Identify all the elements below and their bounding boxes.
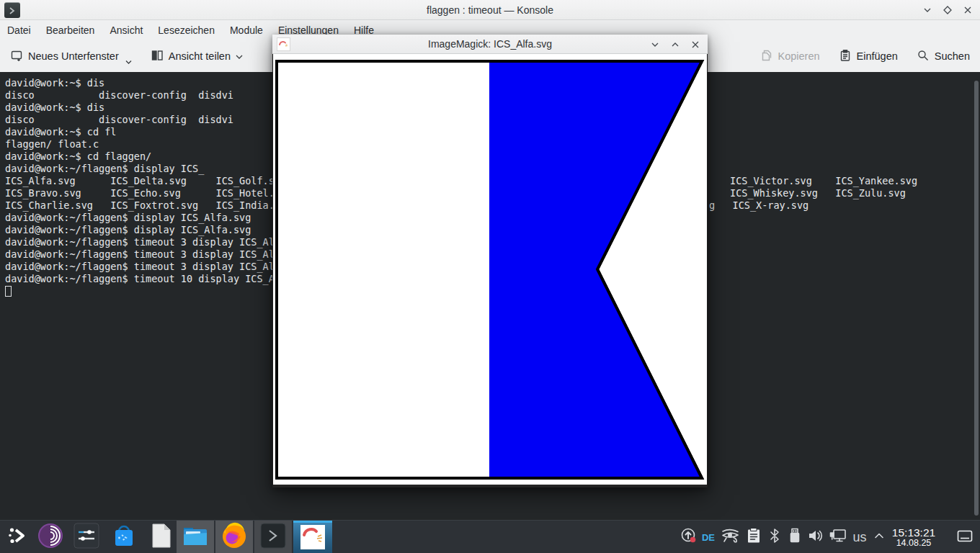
app-launcher-icon (7, 526, 29, 549)
bluetooth-tray-button[interactable] (765, 521, 784, 553)
terminal-scrollbar[interactable] (974, 81, 979, 516)
discover-icon (111, 523, 137, 552)
terminal-cursor (5, 286, 12, 297)
firefox-task-button[interactable] (215, 521, 253, 553)
show-desktop-button[interactable] (953, 521, 977, 553)
terminal-line: disco discover-config disdvi (5, 89, 233, 102)
imagemagick-task-button[interactable] (293, 521, 332, 553)
firefox-icon (220, 522, 248, 552)
konsole-icon (260, 523, 286, 552)
terminal-line: david@work:~/flaggen$ display ICS_ (5, 163, 204, 175)
clipboard-tray-button[interactable] (744, 521, 764, 553)
document-icon (150, 523, 173, 552)
terminal-line: david@work:~/flaggen$ timeout 3 display … (5, 236, 280, 248)
terminal-line: disco discover-config disdvi (5, 114, 233, 126)
discover-launcher[interactable] (110, 521, 138, 553)
restore-diamond-icon[interactable] (941, 4, 954, 17)
tor-browser-launcher[interactable] (36, 521, 65, 553)
app-launcher-button[interactable] (3, 521, 33, 553)
terminal-line: david@work:~$ cd fl (5, 126, 116, 138)
imagemagick-icon (300, 524, 326, 553)
imagemagick-app-icon (277, 37, 290, 51)
imagemagick-window: ImageMagick: ICS_Alfa.svg (272, 35, 708, 487)
terminal-line: david@work:~$ dis (5, 102, 104, 114)
clock-time: 15:13:21 (892, 526, 935, 539)
terminal-line: ICS_Bravo.svg ICS_Echo.svg ICS_Hotel.s (5, 187, 280, 199)
terminal-line: ICS_Charlie.svg ICS_Foxtrot.svg ICS_Indi… (5, 199, 280, 212)
terminal-line: ICS_Victor.svg ICS_Yankee.svg (730, 175, 917, 187)
terminal-line: david@work:~/flaggen$ timeout 3 display … (5, 261, 280, 273)
terminal-line: david@work:~/flaggen$ timeout 10 display… (5, 273, 280, 285)
terminal-line: david@work:~/flaggen$ display ICS_Alfa.s… (5, 212, 251, 224)
minimize-icon[interactable] (649, 38, 662, 51)
eye-tray-button[interactable] (719, 521, 742, 553)
new-tab-button[interactable]: Neues Unterfenster (10, 45, 132, 67)
sliders-settings-launcher[interactable] (72, 521, 101, 553)
terminal-line: david@work:~$ cd flaggen/ (5, 150, 151, 163)
sliders-settings-icon (74, 523, 99, 552)
chevron-down-icon (236, 50, 243, 62)
new-tab-icon (10, 49, 23, 64)
volume-tray-button[interactable] (806, 521, 826, 553)
terminal-line: david@work:~$ dis (5, 77, 104, 89)
tor-browser-icon (37, 523, 63, 552)
terminal-line: david@work:~/flaggen$ timeout 3 display … (5, 248, 280, 261)
keyboard-indicator-de[interactable]: DE (699, 521, 718, 553)
clipboard-icon (746, 527, 762, 547)
ics-alfa-flag-image[interactable] (272, 54, 708, 487)
dolphin-task-button[interactable] (177, 521, 214, 553)
network-icon (829, 527, 847, 547)
expand-tray-button[interactable] (870, 521, 888, 553)
network-tray-button[interactable] (827, 521, 849, 553)
digital-clock[interactable]: 15:13:21 14.08.25 (888, 521, 940, 553)
chevron-up-icon (873, 531, 886, 544)
split-view-icon (151, 49, 164, 64)
konsole-titlebar[interactable]: flaggen : timeout — Konsole (0, 0, 980, 20)
search-icon (917, 49, 930, 64)
copy-button[interactable]: Kopieren (760, 49, 820, 64)
usb-device-icon (788, 527, 802, 547)
maximize-icon[interactable] (669, 38, 682, 51)
close-icon[interactable] (961, 4, 974, 17)
updates-tray-button[interactable] (679, 521, 699, 553)
split-view-button[interactable]: Ansicht teilen (151, 49, 243, 64)
usb-device-tray-button[interactable] (785, 521, 804, 553)
eye-icon (721, 527, 741, 547)
menu-module[interactable]: Module (230, 24, 263, 36)
terminal-line: david@work:~/flaggen$ display ICS_Alfa.s… (5, 224, 251, 236)
show-desktop-icon (957, 530, 973, 545)
paste-button[interactable]: Einfügen (839, 49, 898, 64)
menu-lesezeichen[interactable]: Lesezeichen (158, 24, 215, 36)
search-button[interactable]: Suchen (917, 49, 970, 64)
terminal-line: ICS_Alfa.svg ICS_Delta.svg ICS_Golf.sv (5, 175, 280, 187)
imagemagick-titlebar[interactable]: ImageMagick: ICS_Alfa.svg (272, 35, 708, 54)
taskbar-panel: DE (0, 520, 980, 553)
terminal-line: g ICS_X-ray.svg (709, 199, 808, 212)
menu-bearbeiten[interactable]: Bearbeiten (46, 24, 95, 36)
dolphin-icon (182, 523, 209, 551)
volume-icon (807, 527, 824, 547)
terminal-line: flaggen/ float.c (5, 138, 99, 150)
updates-icon (680, 527, 698, 547)
minimize-icon[interactable] (921, 4, 934, 17)
menu-ansicht[interactable]: Ansicht (110, 24, 143, 36)
menu-datei[interactable]: Datei (7, 24, 31, 36)
imagemagick-window-title: ImageMagick: ICS_Alfa.svg (272, 38, 708, 50)
keyboard-layout-us[interactable]: us (849, 521, 870, 553)
terminal-line: ICS_Whiskey.svg ICS_Zulu.svg (730, 187, 906, 199)
copy-icon (760, 49, 773, 64)
konsole-task-button[interactable] (254, 521, 292, 553)
konsole-app-icon (4, 2, 20, 18)
konsole-window-title: flaggen : timeout — Konsole (0, 4, 980, 16)
close-icon[interactable] (689, 38, 702, 51)
chevron-down-icon (125, 55, 132, 67)
bluetooth-icon (767, 527, 782, 547)
paste-icon (839, 49, 852, 64)
document-launcher[interactable] (147, 521, 176, 553)
clock-date: 14.08.25 (896, 539, 932, 549)
